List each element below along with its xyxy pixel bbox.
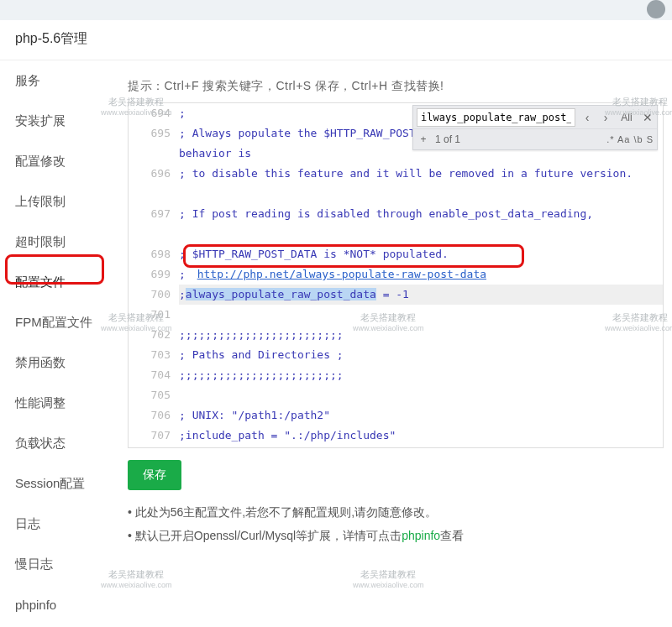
phpinfo-link[interactable]: phpinfo [402, 529, 440, 542]
search-next-button[interactable]: › [596, 111, 615, 124]
search-all-button[interactable]: All [615, 112, 638, 123]
search-close-icon[interactable]: ✕ [638, 111, 657, 124]
note-2: 默认已开启Openssl/Curl/Mysql等扩展，详情可点击phpinfo查… [128, 529, 664, 544]
sidebar-item-2[interactable]: 配置修改 [0, 141, 118, 181]
search-box: ‹ › All ✕ + 1 of 1 .* Aa \b S [412, 105, 658, 150]
code-line[interactable] [179, 305, 663, 325]
code-line[interactable] [179, 385, 663, 405]
page-title: php-5.6管理 [0, 20, 672, 60]
search-replace-toggle[interactable]: + [417, 133, 430, 145]
code-line[interactable]: ; Paths and Directories ; [179, 345, 663, 365]
sidebar-item-1[interactable]: 安装扩展 [0, 101, 118, 141]
code-line[interactable]: ;include_path = ".:/php/includes" [179, 426, 663, 446]
search-options[interactable]: .* Aa \b S [606, 134, 654, 144]
sidebar-item-9[interactable]: 负载状态 [0, 423, 118, 463]
hint-text: 提示：Ctrl+F 搜索关键字，Ctrl+S 保存，Ctrl+H 查找替换! [128, 79, 664, 94]
code-line[interactable]: ; to disable this feature and it will be… [179, 164, 663, 204]
sidebar-item-12[interactable]: 慢日志 [0, 544, 118, 584]
config-editor[interactable]: 6946956966976986997007017027037047057067… [128, 102, 664, 448]
search-input[interactable] [417, 108, 575, 127]
search-prev-button[interactable]: ‹ [578, 111, 596, 124]
editor-code[interactable]: ;; Always populate the $HTTP_RAW_POST_DA… [179, 103, 663, 447]
sidebar-item-7[interactable]: 禁用函数 [0, 342, 118, 383]
sidebar-item-6[interactable]: FPM配置文件 [0, 302, 118, 342]
sidebar-item-10[interactable]: Session配置 [0, 463, 118, 504]
sidebar-item-0[interactable]: 服务 [0, 60, 118, 101]
code-line[interactable]: ; If post reading is disabled through en… [179, 204, 663, 244]
sidebar-item-4[interactable]: 超时限制 [0, 222, 118, 262]
code-line[interactable]: ; [179, 446, 663, 448]
sidebar-item-3[interactable]: 上传限制 [0, 181, 118, 222]
sidebar-item-11[interactable]: 日志 [0, 504, 118, 544]
note-1: 此处为56主配置文件,若您不了解配置规则,请勿随意修改。 [128, 505, 664, 520]
code-line[interactable]: ; http://php.net/always-populate-raw-pos… [179, 264, 663, 285]
sidebar: 服务安装扩展配置修改上传限制超时限制配置文件FPM配置文件禁用函数性能调整负载状… [0, 60, 118, 624]
sidebar-item-8[interactable]: 性能调整 [0, 383, 118, 423]
topbar [0, 0, 672, 20]
code-line[interactable]: ;always_populate_raw_post_data = -1 [179, 285, 663, 305]
close-icon[interactable] [647, 0, 665, 18]
code-line[interactable]: ;;;;;;;;;;;;;;;;;;;;;;;;; [179, 365, 663, 385]
editor-notes: 此处为56主配置文件,若您不了解配置规则,请勿随意修改。 默认已开启Openss… [128, 505, 664, 544]
save-button[interactable]: 保存 [128, 460, 181, 490]
code-line[interactable]: ; UNIX: "/path1:/path2" [179, 405, 663, 426]
editor-gutter: 6946956966976986997007017027037047057067… [129, 103, 179, 447]
search-count: 1 of 1 [435, 133, 606, 145]
sidebar-item-5[interactable]: 配置文件 [0, 262, 118, 302]
code-line[interactable]: ; $HTTP_RAW_POST_DATA is *NOT* populated… [179, 244, 663, 264]
code-line[interactable]: ;;;;;;;;;;;;;;;;;;;;;;;;; [179, 325, 663, 345]
sidebar-item-13[interactable]: phpinfo [0, 584, 118, 624]
